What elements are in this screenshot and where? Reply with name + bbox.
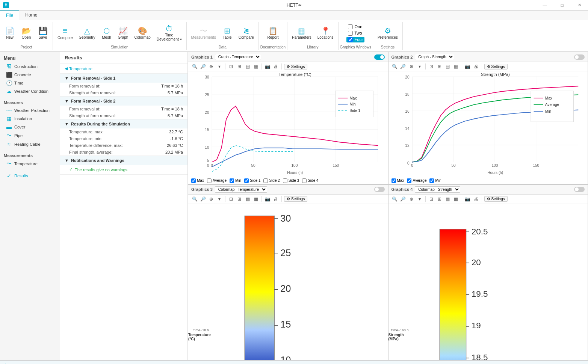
sidebar-item-time[interactable]: 🕐 Time xyxy=(0,79,60,87)
sidebar-item-weather[interactable]: ☁ Weather Condition xyxy=(0,87,60,95)
gw-option-four[interactable]: Four xyxy=(346,37,364,42)
cb-max-1[interactable]: Max xyxy=(191,178,204,183)
gw-checkbox-one[interactable] xyxy=(348,24,353,29)
tab-home[interactable]: Home xyxy=(19,11,43,20)
zoom-out-icon[interactable]: 🔎 xyxy=(200,63,206,70)
cb-min-1[interactable]: Min xyxy=(230,178,241,183)
table-icon-2[interactable]: ▤ xyxy=(244,63,251,70)
table-button[interactable]: ⊞ Table xyxy=(219,22,236,44)
table-icon-3[interactable]: ▤ xyxy=(444,63,451,70)
print-icon[interactable]: 🖨 xyxy=(272,63,279,70)
camera-icon-4[interactable]: 📷 xyxy=(464,196,471,202)
tab-file[interactable]: File xyxy=(0,10,19,20)
zoom-reset-icon-4[interactable]: ⊕ xyxy=(408,196,415,202)
save-button[interactable]: 💾 Save xyxy=(35,22,51,44)
graphics-4-toggle[interactable] xyxy=(574,187,585,192)
colormap-button[interactable]: 🎨 Colormap xyxy=(131,22,153,44)
close-button[interactable]: ✕ xyxy=(571,0,588,11)
gw-checkbox-four[interactable] xyxy=(348,37,353,42)
gw-option-one[interactable]: One xyxy=(346,24,364,30)
graph-button[interactable]: 📈 Graph xyxy=(115,22,131,44)
zoom-in-icon-3[interactable]: 🔍 xyxy=(191,196,198,202)
grid-icon[interactable]: ⊞ xyxy=(236,63,243,70)
camera-icon-2[interactable]: 📷 xyxy=(464,63,471,70)
cb-max-input-2[interactable] xyxy=(391,178,396,183)
preferences-button[interactable]: ⚙ Preferences xyxy=(375,22,401,44)
settings-button-1[interactable]: ⚙ Settings xyxy=(284,64,307,69)
dropdown-icon-4[interactable]: ▾ xyxy=(416,196,423,202)
lines-icon-2[interactable]: ▦ xyxy=(453,63,460,70)
breadcrumb-back-icon[interactable]: ◀ xyxy=(65,66,68,71)
cb-side1-1[interactable]: Side 1 xyxy=(244,178,260,183)
time-development-button[interactable]: ⏱ TimeDevelopment ▾ xyxy=(154,22,185,44)
locations-button[interactable]: 📍 Locations xyxy=(314,22,337,44)
zoom-reset-icon-2[interactable]: ⊕ xyxy=(408,63,415,70)
fit-icon-4[interactable]: ⊡ xyxy=(428,196,435,202)
measurements-button[interactable]: 〜 Measurements xyxy=(188,22,219,44)
graphics-3-toggle[interactable] xyxy=(374,187,385,192)
table-icon-4[interactable]: ▤ xyxy=(244,196,251,202)
sidebar-item-weather-protection[interactable]: 〰 Weather Protection xyxy=(0,106,60,115)
results-section-form2-header[interactable]: ▼ Form Removal - Side 2 xyxy=(60,97,187,106)
minimize-button[interactable]: — xyxy=(536,0,553,11)
compare-button[interactable]: ≷ Compare xyxy=(236,22,257,44)
zoom-out-icon-3[interactable]: 🔎 xyxy=(200,196,206,202)
sidebar-item-pipe[interactable]: 〜 Pipe xyxy=(0,131,60,140)
settings-button-3[interactable]: ⚙ Settings xyxy=(284,196,307,202)
cb-max-2[interactable]: Max xyxy=(391,178,404,183)
lines-icon-3[interactable]: ▦ xyxy=(252,196,259,202)
results-section-sim-header[interactable]: ▼ Results During the Simulation xyxy=(60,119,187,128)
cb-avg-1[interactable]: Average xyxy=(207,178,227,183)
sidebar-item-insulation[interactable]: ▦ Insulation xyxy=(0,115,60,123)
cb-min-input-2[interactable] xyxy=(429,178,434,183)
graphics-4-select[interactable]: Colormap - Strength xyxy=(415,186,460,193)
graphics-3-select[interactable]: Colormap - Temperature xyxy=(215,186,267,193)
cb-side3-input-1[interactable] xyxy=(283,178,287,183)
camera-icon[interactable]: 📷 xyxy=(264,63,271,70)
cb-avg-input-2[interactable] xyxy=(407,178,411,183)
grid-icon-4[interactable]: ⊞ xyxy=(436,196,443,202)
dropdown-icon-2[interactable]: ▾ xyxy=(416,63,423,70)
cb-side4-input-1[interactable] xyxy=(302,178,307,183)
settings-button-4[interactable]: ⚙ Settings xyxy=(484,196,508,202)
dropdown-icon-3[interactable]: ▾ xyxy=(216,196,223,202)
graphics-1-select[interactable]: Graph - Temperature xyxy=(215,54,261,60)
cb-side3-1[interactable]: Side 3 xyxy=(283,178,299,183)
lines-icon-4[interactable]: ▦ xyxy=(453,196,460,202)
sidebar-item-temperature[interactable]: 〜 Temperature xyxy=(0,159,60,168)
compute-button[interactable]: ≡ Compute xyxy=(54,22,76,44)
report-button[interactable]: 📋 Report xyxy=(264,22,281,44)
graphics-2-select[interactable]: Graph - Strength xyxy=(415,54,454,60)
lines-icon[interactable]: ▦ xyxy=(252,63,259,70)
fit-icon-3[interactable]: ⊡ xyxy=(228,196,234,202)
open-button[interactable]: 📂 Open xyxy=(18,22,35,44)
maximize-button[interactable]: □ xyxy=(553,0,571,11)
geometry-button[interactable]: △ Geometry xyxy=(76,22,98,44)
sidebar-item-results[interactable]: ✓ Results xyxy=(0,172,60,180)
dropdown-icon[interactable]: ▾ xyxy=(216,63,223,70)
new-button[interactable]: 📄 New xyxy=(2,22,18,44)
cb-side2-1[interactable]: Side 2 xyxy=(263,178,280,183)
grid-icon-3[interactable]: ⊞ xyxy=(236,196,243,202)
camera-icon-3[interactable]: 📷 xyxy=(264,196,271,202)
graphics-1-toggle[interactable] xyxy=(374,54,385,60)
results-section-form1-header[interactable]: ▼ Form Removal - Side 1 xyxy=(60,74,187,83)
zoom-out-icon-2[interactable]: 🔎 xyxy=(400,63,407,70)
zoom-in-icon-2[interactable]: 🔍 xyxy=(391,63,398,70)
zoom-in-icon[interactable]: 🔍 xyxy=(191,63,198,70)
cb-avg-2[interactable]: Average xyxy=(407,178,426,183)
settings-button-2[interactable]: ⚙ Settings xyxy=(484,64,508,69)
graphics-2-toggle[interactable] xyxy=(574,54,585,60)
table-icon-5[interactable]: ▤ xyxy=(444,196,451,202)
gw-option-two[interactable]: Two xyxy=(346,30,364,36)
sidebar-item-cover[interactable]: ▬ Cover xyxy=(0,123,60,131)
fit-icon[interactable]: ⊡ xyxy=(228,63,234,70)
gw-checkbox-two[interactable] xyxy=(348,31,353,36)
cb-side2-input-1[interactable] xyxy=(263,178,268,183)
zoom-in-icon-4[interactable]: 🔍 xyxy=(391,196,398,202)
cb-avg-input-1[interactable] xyxy=(207,178,212,183)
cb-min-input-1[interactable] xyxy=(230,178,234,183)
parameters-button[interactable]: ▦ Parameters xyxy=(289,22,314,44)
cb-min-2[interactable]: Min xyxy=(429,178,441,183)
cb-side1-input-1[interactable] xyxy=(244,178,249,183)
